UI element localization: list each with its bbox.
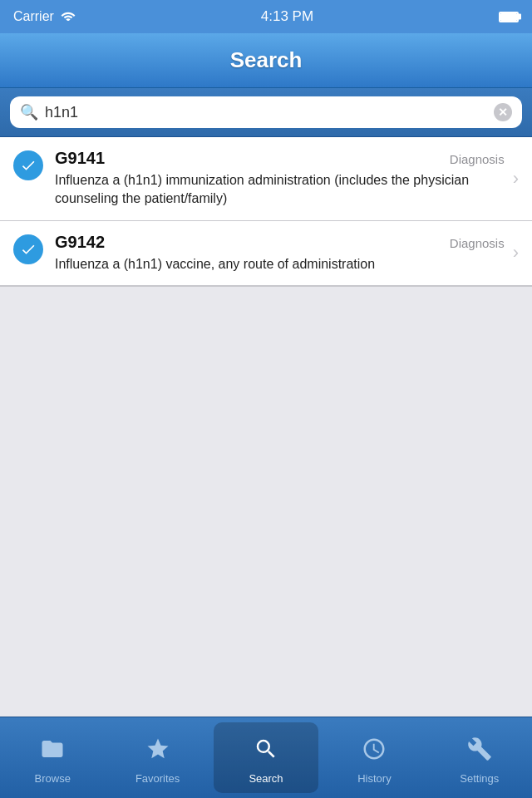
status-time: 4:13 PM [261,8,313,25]
tab-label-browse: Browse [35,772,71,785]
search-input[interactable] [45,104,487,121]
result-description: Influenza a (h1n1) vaccine, any route of… [55,255,505,273]
app-header: Search [0,33,532,88]
result-code: G9141 [55,149,105,168]
tab-bar: Browse Favorites Search History Settings [0,717,532,798]
status-bar: Carrier 4:13 PM [0,0,532,33]
result-type: Diagnosis [450,152,505,166]
tab-label-history: History [357,772,391,785]
result-content: G9142 Diagnosis Influenza a (h1n1) vacci… [55,233,505,273]
carrier-label: Carrier [13,9,54,24]
result-header: G9141 Diagnosis [55,149,505,168]
star-icon [145,736,170,767]
search-bar-container: 🔍 ✕ [0,88,532,137]
clock-icon [362,736,387,767]
tab-search[interactable]: Search [214,722,318,793]
clear-button[interactable]: ✕ [494,103,512,121]
wifi-icon [61,9,76,24]
result-content: G9141 Diagnosis Influenza a (h1n1) immun… [55,149,505,209]
status-right [499,12,519,22]
tab-label-search: Search [249,772,283,785]
battery-icon [499,12,519,22]
tab-browse[interactable]: Browse [0,717,105,798]
chevron-right-icon: › [513,242,519,264]
search-icon [254,736,278,767]
tab-label-favorites: Favorites [135,772,180,785]
search-icon: 🔍 [20,103,38,121]
folder-icon [40,736,65,767]
result-item[interactable]: G9141 Diagnosis Influenza a (h1n1) immun… [0,137,532,221]
tab-favorites[interactable]: Favorites [105,717,209,798]
tab-label-settings: Settings [460,772,499,785]
result-description: Influenza a (h1n1) immunization administ… [55,171,505,209]
search-input-wrapper[interactable]: 🔍 ✕ [10,96,522,128]
check-icon [13,234,43,264]
check-icon [13,150,43,180]
result-code: G9142 [55,233,105,252]
result-header: G9142 Diagnosis [55,233,505,252]
tab-settings[interactable]: Settings [427,717,532,798]
results-list: G9141 Diagnosis Influenza a (h1n1) immun… [0,137,532,287]
chevron-right-icon: › [513,168,519,190]
page-title: Search [230,47,303,73]
status-left: Carrier [13,9,76,24]
tab-history[interactable]: History [322,717,426,798]
wrench-icon [467,736,492,767]
result-type: Diagnosis [450,236,505,250]
result-item[interactable]: G9142 Diagnosis Influenza a (h1n1) vacci… [0,221,532,286]
